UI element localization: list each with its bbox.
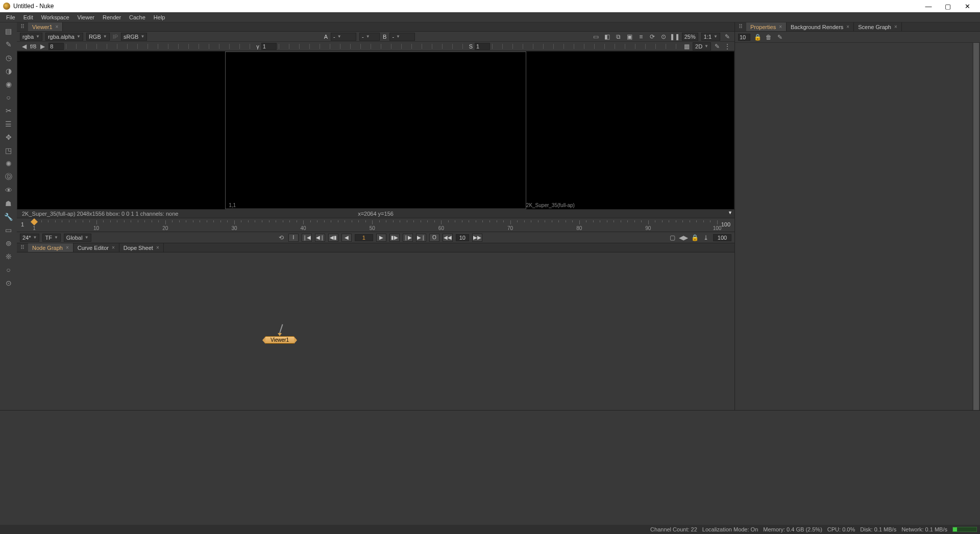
viewport[interactable]: 1,1 2K_Super_35(full-ap) bbox=[17, 51, 734, 210]
panel-handle-icon[interactable]: ⠿ bbox=[17, 22, 28, 31]
timeformat-select[interactable]: TF▼ bbox=[42, 234, 60, 242]
gain-slider[interactable] bbox=[66, 44, 254, 49]
capture-icon[interactable]: ⊙ bbox=[659, 33, 668, 41]
fstop-prev-button[interactable]: ◀ bbox=[20, 42, 28, 50]
close-icon[interactable]: × bbox=[156, 245, 159, 250]
scope-select[interactable]: Global▼ bbox=[64, 234, 91, 242]
timeline[interactable]: 1 100 1102030405060708090100 bbox=[17, 218, 734, 232]
loop-icon[interactable]: ▢ bbox=[668, 234, 676, 242]
lock-panels-icon[interactable]: 🔒 bbox=[753, 33, 762, 41]
close-icon[interactable]: × bbox=[112, 245, 115, 250]
menu-help[interactable]: Help bbox=[150, 13, 169, 21]
close-icon[interactable]: × bbox=[66, 245, 69, 250]
menu-workspace[interactable]: Workspace bbox=[37, 13, 74, 21]
roi-icon[interactable]: ▭ bbox=[592, 33, 600, 41]
set-out-button[interactable]: O bbox=[429, 234, 439, 242]
close-icon[interactable]: × bbox=[894, 24, 897, 30]
tool-transform-icon[interactable]: ✥ bbox=[3, 131, 15, 143]
tab-dope-sheet[interactable]: Dope Sheet× bbox=[119, 243, 164, 252]
tool-other-icon[interactable]: ▭ bbox=[3, 224, 15, 236]
prev-key-button[interactable]: ◀❘ bbox=[315, 234, 325, 242]
panel-handle-icon[interactable]: ⠿ bbox=[17, 243, 28, 252]
tool-deep-icon[interactable]: Ⓓ bbox=[3, 171, 15, 183]
close-icon[interactable]: × bbox=[779, 24, 782, 30]
viewer-settings-icon[interactable]: ✎ bbox=[723, 33, 731, 41]
fstop-next-button[interactable]: ▶ bbox=[38, 42, 46, 50]
viewer-mode-select[interactable]: 2D▼ bbox=[693, 42, 711, 50]
wipe-select[interactable]: -▼ bbox=[359, 33, 380, 41]
tool-all-plugins-icon[interactable]: ❊ bbox=[3, 250, 15, 263]
close-button[interactable]: ✕ bbox=[958, 3, 977, 10]
s-input[interactable] bbox=[475, 43, 490, 50]
tool-furnace-icon[interactable]: ⊚ bbox=[3, 237, 15, 249]
panel-handle-icon[interactable]: ⠿ bbox=[735, 22, 746, 31]
next-key-button[interactable]: ❘▶ bbox=[403, 234, 413, 242]
goto-end-button[interactable]: ▶❘ bbox=[416, 234, 426, 242]
bounce-icon[interactable]: ◀▶ bbox=[679, 234, 688, 242]
refresh-icon[interactable]: ⟳ bbox=[648, 33, 656, 41]
skip-fwd-button[interactable]: ▶▶ bbox=[472, 234, 482, 242]
s-slider[interactable] bbox=[492, 44, 680, 49]
step-back-button[interactable]: ◀▮ bbox=[328, 234, 338, 242]
play-button[interactable]: ▶ bbox=[376, 234, 386, 242]
set-in-button[interactable]: I bbox=[288, 234, 299, 242]
tool-merge-icon[interactable]: ☰ bbox=[3, 118, 15, 130]
max-panels-input[interactable] bbox=[738, 34, 750, 41]
zoom-select[interactable]: 25% bbox=[682, 33, 698, 41]
viewer-menu-icon[interactable]: ⋮ bbox=[723, 42, 731, 50]
out-frame-input[interactable] bbox=[713, 234, 731, 241]
properties-scrollbar[interactable] bbox=[972, 43, 980, 410]
menu-viewer[interactable]: Viewer bbox=[74, 13, 99, 21]
lut-select[interactable]: sRGB▼ bbox=[121, 33, 147, 41]
wipe-tool-icon[interactable]: ✎ bbox=[713, 42, 721, 50]
clear-panels-icon[interactable]: 🗑 bbox=[765, 33, 773, 41]
sync-icon[interactable]: ⟲ bbox=[277, 234, 285, 242]
gamma-slider[interactable] bbox=[279, 44, 467, 49]
tool-geo-icon[interactable]: ○ bbox=[3, 264, 15, 276]
tab-scene-graph[interactable]: Scene Graph× bbox=[854, 22, 902, 31]
tool-particles-icon[interactable]: ✺ bbox=[3, 158, 15, 170]
layer-select[interactable]: rgba▼ bbox=[20, 33, 42, 41]
guides-icon[interactable]: ≡ bbox=[637, 33, 645, 41]
overscan-icon[interactable]: ▣ bbox=[626, 33, 634, 41]
close-icon[interactable]: × bbox=[846, 24, 849, 30]
tool-channel-icon[interactable]: ◑ bbox=[3, 65, 15, 77]
node-graph-extent[interactable] bbox=[0, 410, 980, 525]
goto-start-button[interactable]: ❘◀ bbox=[302, 234, 312, 242]
tab-node-graph[interactable]: Node Graph× bbox=[28, 243, 74, 252]
tool-keyer-icon[interactable]: ✂ bbox=[3, 105, 15, 117]
tool-filter-icon[interactable]: ○ bbox=[3, 91, 15, 104]
tool-views-icon[interactable]: 👁 bbox=[3, 184, 15, 196]
skip-input[interactable] bbox=[456, 234, 469, 241]
tool-3d-icon[interactable]: ◳ bbox=[3, 144, 15, 157]
play-back-button[interactable]: ◀ bbox=[341, 234, 352, 242]
menu-file[interactable]: File bbox=[2, 13, 19, 21]
tool-toolsets-icon[interactable]: 🔧 bbox=[3, 211, 15, 223]
tab-curve-editor[interactable]: Curve Editor× bbox=[74, 243, 119, 252]
menu-render[interactable]: Render bbox=[99, 13, 125, 21]
fstop-input[interactable] bbox=[48, 43, 64, 50]
current-frame-input[interactable] bbox=[355, 234, 373, 241]
channel-select[interactable]: rgba.alpha▼ bbox=[45, 33, 83, 41]
gamma-input[interactable] bbox=[261, 43, 277, 50]
bbox-icon[interactable]: ▦ bbox=[682, 42, 691, 50]
tool-time-icon[interactable]: ◷ bbox=[3, 52, 15, 64]
tool-extra-icon[interactable]: ⊙ bbox=[3, 277, 15, 289]
close-icon[interactable]: × bbox=[56, 24, 59, 30]
maximize-button[interactable]: ▢ bbox=[938, 3, 958, 10]
b-input-select[interactable]: -▼ bbox=[389, 33, 415, 41]
minimize-button[interactable]: — bbox=[919, 3, 938, 10]
edit-panels-icon[interactable]: ✎ bbox=[776, 33, 784, 41]
tool-draw-icon[interactable]: ✎ bbox=[3, 38, 15, 50]
tab-properties[interactable]: Properties× bbox=[746, 22, 787, 31]
channels-select[interactable]: RGB▼ bbox=[86, 33, 110, 41]
proxy-icon[interactable]: ◧ bbox=[603, 33, 611, 41]
skip-back-button[interactable]: ◀◀ bbox=[443, 234, 453, 242]
clip-icon[interactable]: ⧉ bbox=[615, 33, 623, 41]
node-graph[interactable]: Viewer1 bbox=[17, 252, 734, 410]
tab-background-renders[interactable]: Background Renders× bbox=[787, 22, 854, 31]
fps-select[interactable]: 24*▼ bbox=[20, 234, 39, 242]
ratio-select[interactable]: 1:1▼ bbox=[701, 33, 720, 41]
info-collapse-icon[interactable]: ▼ bbox=[728, 210, 732, 215]
step-fwd-button[interactable]: ▮▶ bbox=[389, 234, 400, 242]
